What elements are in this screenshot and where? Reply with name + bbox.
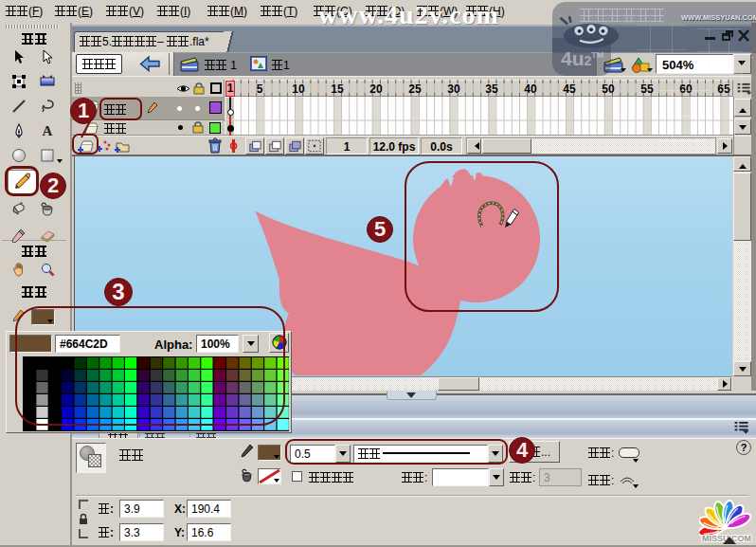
svg-text:A: A <box>43 123 53 138</box>
